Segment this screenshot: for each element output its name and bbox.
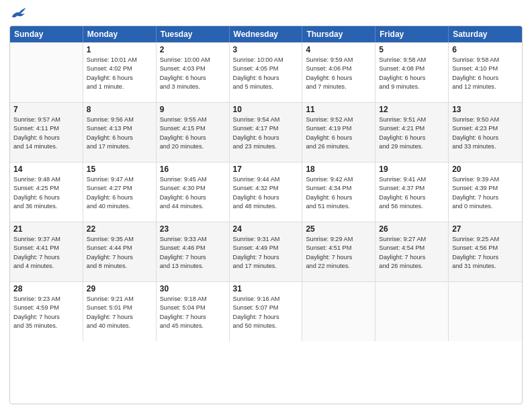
cell-line: Daylight: 7 hours xyxy=(452,253,519,262)
cell-line: Sunset: 4:37 PM xyxy=(379,184,445,193)
cell-line: and 29 minutes. xyxy=(379,142,445,151)
cell-line: Sunrise: 9:56 AM xyxy=(87,116,152,124)
day-number: 11 xyxy=(306,105,371,114)
cell-line: Sunrise: 9:23 AM xyxy=(13,295,79,304)
cell-line: Daylight: 6 hours xyxy=(87,134,152,142)
cell-line: Sunrise: 9:27 AM xyxy=(379,235,445,244)
cell-line: Sunrise: 10:01 AM xyxy=(87,56,152,64)
calendar-header-cell: Monday xyxy=(83,26,157,42)
calendar-cell: 2Sunrise: 10:00 AMSunset: 4:03 PMDayligh… xyxy=(157,43,230,102)
calendar-cell: 27Sunrise: 9:25 AMSunset: 4:56 PMDayligh… xyxy=(449,222,522,281)
cell-line: Daylight: 6 hours xyxy=(87,193,152,202)
day-number: 4 xyxy=(306,45,371,54)
cell-line: Sunrise: 9:33 AM xyxy=(160,235,226,244)
cell-line: Daylight: 6 hours xyxy=(13,193,79,202)
cell-line: Sunset: 4:05 PM xyxy=(233,64,299,73)
day-number: 21 xyxy=(13,224,79,234)
cell-line: Sunrise: 10:00 AM xyxy=(233,56,299,64)
calendar-header-cell: Wednesday xyxy=(230,26,303,42)
calendar-cell: 14Sunrise: 9:48 AMSunset: 4:25 PMDayligh… xyxy=(10,163,83,222)
day-number: 15 xyxy=(87,165,152,174)
cell-line: and 35 minutes. xyxy=(13,322,79,330)
cell-line: Daylight: 7 hours xyxy=(233,313,299,322)
calendar-cell: 23Sunrise: 9:33 AMSunset: 4:46 PMDayligh… xyxy=(157,222,230,281)
cell-line: Daylight: 7 hours xyxy=(160,253,226,262)
calendar-body: 1Sunrise: 10:01 AMSunset: 4:02 PMDayligh… xyxy=(10,42,522,341)
cell-line: Sunset: 5:01 PM xyxy=(87,304,152,312)
cell-line: and 44 minutes. xyxy=(160,202,226,211)
day-number: 19 xyxy=(379,165,445,174)
cell-line: Sunset: 4:56 PM xyxy=(452,244,519,253)
cell-line: and 4 minutes. xyxy=(13,262,79,271)
header xyxy=(9,7,523,20)
cell-line: Sunset: 4:51 PM xyxy=(306,244,371,253)
calendar-cell: 26Sunrise: 9:27 AMSunset: 4:54 PMDayligh… xyxy=(375,222,449,281)
calendar-cell xyxy=(10,43,83,102)
cell-line: and 13 minutes. xyxy=(160,262,226,271)
calendar-cell: 11Sunrise: 9:52 AMSunset: 4:19 PMDayligh… xyxy=(302,103,375,162)
cell-line: Sunset: 4:08 PM xyxy=(379,64,445,73)
day-number: 12 xyxy=(379,105,445,114)
calendar-cell: 30Sunrise: 9:18 AMSunset: 5:04 PMDayligh… xyxy=(157,282,230,341)
day-number: 25 xyxy=(306,224,371,234)
cell-line: Sunrise: 9:55 AM xyxy=(160,116,226,124)
calendar-header-cell: Saturday xyxy=(449,26,522,42)
cell-line: and 48 minutes. xyxy=(233,202,299,211)
cell-line: and 8 minutes. xyxy=(87,262,152,271)
cell-line: and 17 minutes. xyxy=(233,262,299,271)
calendar-cell: 12Sunrise: 9:51 AMSunset: 4:21 PMDayligh… xyxy=(375,103,449,162)
cell-line: Daylight: 6 hours xyxy=(233,74,299,83)
calendar-cell: 5Sunrise: 9:58 AMSunset: 4:08 PMDaylight… xyxy=(375,43,449,102)
calendar-cell: 17Sunrise: 9:44 AMSunset: 4:32 PMDayligh… xyxy=(230,163,303,222)
calendar: SundayMondayTuesdayWednesdayThursdayFrid… xyxy=(9,26,523,404)
cell-line: Sunrise: 9:39 AM xyxy=(452,175,519,184)
day-number: 8 xyxy=(87,105,152,114)
cell-line: Sunset: 4:21 PM xyxy=(379,124,445,133)
cell-line: Daylight: 7 hours xyxy=(160,313,226,322)
calendar-week: 14Sunrise: 9:48 AMSunset: 4:25 PMDayligh… xyxy=(10,162,522,222)
cell-line: Sunrise: 9:31 AM xyxy=(233,235,299,244)
cell-line: Sunset: 4:02 PM xyxy=(87,64,152,73)
cell-line: Sunset: 4:10 PM xyxy=(452,64,519,73)
day-number: 13 xyxy=(452,105,519,114)
cell-line: Daylight: 6 hours xyxy=(379,74,445,83)
calendar-cell: 9Sunrise: 9:55 AMSunset: 4:15 PMDaylight… xyxy=(157,103,230,162)
cell-line: Daylight: 6 hours xyxy=(13,134,79,142)
cell-line: Sunset: 4:15 PM xyxy=(160,124,226,133)
cell-line: Daylight: 6 hours xyxy=(160,193,226,202)
calendar-cell: 16Sunrise: 9:45 AMSunset: 4:30 PMDayligh… xyxy=(157,163,230,222)
cell-line: Sunset: 4:32 PM xyxy=(233,184,299,193)
calendar-cell: 4Sunrise: 9:59 AMSunset: 4:06 PMDaylight… xyxy=(302,43,375,102)
cell-line: and 50 minutes. xyxy=(233,322,299,330)
day-number: 14 xyxy=(13,165,79,174)
day-number: 24 xyxy=(233,224,299,234)
cell-line: and 31 minutes. xyxy=(452,262,519,271)
cell-line: and 22 minutes. xyxy=(306,262,371,271)
cell-line: and 7 minutes. xyxy=(306,83,371,91)
calendar-header-cell: Tuesday xyxy=(157,26,230,42)
calendar-week: 21Sunrise: 9:37 AMSunset: 4:41 PMDayligh… xyxy=(10,222,522,281)
cell-line: and 36 minutes. xyxy=(13,202,79,211)
cell-line: Daylight: 6 hours xyxy=(306,74,371,83)
day-number: 27 xyxy=(452,224,519,234)
day-number: 26 xyxy=(379,224,445,234)
cell-line: and 40 minutes. xyxy=(87,202,152,211)
day-number: 18 xyxy=(306,165,371,174)
calendar-cell: 31Sunrise: 9:16 AMSunset: 5:07 PMDayligh… xyxy=(230,282,303,341)
cell-line: and 23 minutes. xyxy=(233,142,299,151)
cell-line: Sunset: 4:54 PM xyxy=(379,244,445,253)
day-number: 10 xyxy=(233,105,299,114)
cell-line: Sunrise: 9:47 AM xyxy=(87,175,152,184)
calendar-cell: 10Sunrise: 9:54 AMSunset: 4:17 PMDayligh… xyxy=(230,103,303,162)
cell-line: Sunrise: 9:58 AM xyxy=(379,56,445,64)
cell-line: Sunrise: 9:42 AM xyxy=(306,175,371,184)
cell-line: Daylight: 7 hours xyxy=(233,253,299,262)
cell-line: and 20 minutes. xyxy=(160,142,226,151)
cell-line: Sunrise: 10:00 AM xyxy=(160,56,226,64)
cell-line: Sunset: 4:49 PM xyxy=(233,244,299,253)
cell-line: Sunset: 4:34 PM xyxy=(306,184,371,193)
cell-line: Daylight: 6 hours xyxy=(306,134,371,142)
cell-line: Sunset: 4:11 PM xyxy=(13,124,79,133)
calendar-cell xyxy=(302,282,375,341)
cell-line: Sunrise: 9:16 AM xyxy=(233,295,299,304)
